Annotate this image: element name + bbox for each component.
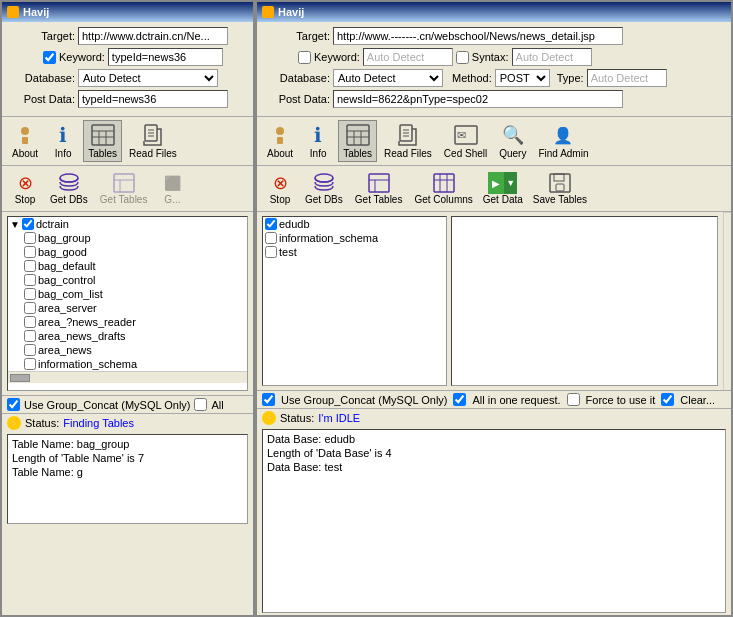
svg-point-0 bbox=[21, 127, 29, 135]
right-method-label: Method: bbox=[452, 72, 492, 84]
right-info-btn[interactable]: ℹ Info bbox=[300, 120, 336, 162]
left-tables-label: Tables bbox=[88, 148, 117, 159]
right-database-select[interactable]: Auto Detect bbox=[333, 69, 443, 87]
left-tables-btn[interactable]: Tables bbox=[83, 120, 122, 162]
right-getcolumns-btn[interactable]: Get Columns bbox=[409, 169, 477, 208]
left-tree-item-6[interactable]: area_?news_reader bbox=[22, 315, 247, 329]
right-tree-item-1[interactable]: information_schema bbox=[263, 231, 446, 245]
right-stop-btn[interactable]: ⊗ Stop bbox=[262, 169, 298, 208]
right-keyword-checkbox[interactable] bbox=[298, 51, 311, 64]
right-status-icon: ⚡ bbox=[262, 411, 276, 425]
left-target-row: Target: bbox=[10, 27, 245, 45]
left-extra-btn[interactable]: ⬛ G... bbox=[154, 169, 190, 208]
right-type-input[interactable] bbox=[587, 69, 667, 87]
right-getdata-main: ▶ bbox=[488, 172, 504, 194]
left-database-label: Database: bbox=[10, 72, 75, 84]
left-tree-item-9[interactable]: information_schema bbox=[22, 357, 247, 371]
left-stop-label: Stop bbox=[15, 194, 36, 205]
right-getdbs-label: Get DBs bbox=[305, 194, 343, 205]
right-syntax-input[interactable] bbox=[512, 48, 592, 66]
right-tree-area[interactable]: edudb information_schema test bbox=[262, 216, 447, 386]
left-tree-item-8[interactable]: area_news bbox=[22, 343, 247, 357]
left-root-checkbox[interactable] bbox=[22, 218, 34, 230]
right-tree-label-1: information_schema bbox=[279, 232, 378, 244]
svg-rect-32 bbox=[434, 174, 454, 192]
left-postdata-label: Post Data: bbox=[10, 93, 75, 105]
right-query-btn[interactable]: 🔍 Query bbox=[494, 120, 531, 162]
right-syntax-checkbox[interactable] bbox=[456, 51, 469, 64]
right-postdata-input[interactable] bbox=[333, 90, 623, 108]
left-tree-item-7[interactable]: area_news_drafts bbox=[22, 329, 247, 343]
left-tree-root[interactable]: ▼ dctrain bbox=[8, 217, 247, 231]
left-tree-item-3[interactable]: bag_control bbox=[22, 273, 247, 287]
right-getdata-arrow[interactable]: ▼ bbox=[504, 172, 517, 194]
left-item-9-label: information_schema bbox=[38, 358, 137, 370]
left-gettables-btn[interactable]: Get Tables bbox=[95, 169, 153, 208]
right-forcetouse-checkbox[interactable] bbox=[567, 393, 580, 406]
right-savedata-btn[interactable]: Save Tables bbox=[528, 169, 592, 208]
left-info-btn[interactable]: ℹ Info bbox=[45, 120, 81, 162]
right-about-btn[interactable]: About bbox=[262, 120, 298, 162]
left-postdata-input[interactable] bbox=[78, 90, 228, 108]
left-tree-item-1[interactable]: bag_good bbox=[22, 245, 247, 259]
left-keyword-row: Keyword: bbox=[10, 48, 245, 66]
right-getdata-btn[interactable]: ▶ ▼ Get Data bbox=[480, 169, 526, 208]
left-getdbs-btn[interactable]: Get DBs bbox=[45, 169, 93, 208]
right-tree-check-2[interactable] bbox=[265, 246, 277, 258]
right-cedshell-btn[interactable]: ✉ Ced Shell bbox=[439, 120, 492, 162]
left-tree-area[interactable]: ▼ dctrain bag_group bag_good bag_default… bbox=[7, 216, 248, 391]
right-target-input[interactable] bbox=[333, 27, 623, 45]
right-window: Havij Target: Keyword: Syntax: Database:… bbox=[255, 0, 733, 617]
right-bottom-options: Use Group_Concat (MySQL Only) All in one… bbox=[257, 390, 731, 408]
left-all-checkbox[interactable] bbox=[194, 398, 207, 411]
left-hscroll[interactable] bbox=[8, 371, 247, 383]
left-tree-item-4[interactable]: bag_com_list bbox=[22, 287, 247, 301]
right-tree-check-0[interactable] bbox=[265, 218, 277, 230]
left-readfiles-icon bbox=[141, 123, 165, 147]
right-keyword-input[interactable] bbox=[363, 48, 453, 66]
left-database-select[interactable]: Auto Detect bbox=[78, 69, 218, 87]
right-findadmin-btn[interactable]: 👤 Find Admin bbox=[533, 120, 593, 162]
left-item-5-label: area_server bbox=[38, 302, 97, 314]
left-target-input[interactable] bbox=[78, 27, 228, 45]
right-readfiles-btn[interactable]: Read Files bbox=[379, 120, 437, 162]
left-toolbar: About ℹ Info Tables Read Files bbox=[2, 117, 253, 166]
svg-rect-2 bbox=[92, 125, 114, 145]
right-clear-checkbox[interactable] bbox=[661, 393, 674, 406]
right-action-bar: ⊗ Stop Get DBs Get Tables Get Columns ▶ … bbox=[257, 166, 731, 212]
right-hscroll[interactable] bbox=[723, 212, 731, 390]
left-item-6-label: area_?news_reader bbox=[38, 316, 136, 328]
right-cedshell-icon: ✉ bbox=[454, 123, 478, 147]
right-tables-btn[interactable]: Tables bbox=[338, 120, 377, 162]
right-status-label: Status: bbox=[280, 412, 314, 424]
left-about-btn[interactable]: About bbox=[7, 120, 43, 162]
right-keyword-label: Keyword: bbox=[314, 51, 360, 63]
right-gettables-btn[interactable]: Get Tables bbox=[350, 169, 408, 208]
right-tree-check-1[interactable] bbox=[265, 232, 277, 244]
right-window-icon bbox=[262, 6, 274, 18]
right-allinone-checkbox[interactable] bbox=[453, 393, 466, 406]
right-groupconcat-checkbox[interactable] bbox=[262, 393, 275, 406]
right-database-row: Database: Auto Detect Method: POST Type: bbox=[265, 69, 723, 87]
left-tree-item-5[interactable]: area_server bbox=[22, 301, 247, 315]
right-tree-item-0[interactable]: edudb bbox=[263, 217, 446, 231]
right-type-label: Type: bbox=[557, 72, 584, 84]
right-stop-label: Stop bbox=[270, 194, 291, 205]
right-getcolumns-label: Get Columns bbox=[414, 194, 472, 205]
left-keyword-input[interactable] bbox=[108, 48, 223, 66]
left-extra-icon: ⬛ bbox=[161, 172, 183, 194]
right-about-icon bbox=[268, 123, 292, 147]
left-tree-item-0[interactable]: bag_group bbox=[22, 231, 247, 245]
left-stop-btn[interactable]: ⊗ Stop bbox=[7, 169, 43, 208]
right-getdbs-btn[interactable]: Get DBs bbox=[300, 169, 348, 208]
right-target-row: Target: bbox=[265, 27, 723, 45]
right-method-select[interactable]: POST bbox=[495, 69, 550, 87]
right-form-area: Target: Keyword: Syntax: Database: Auto … bbox=[257, 22, 731, 117]
left-tree-item-2[interactable]: bag_default bbox=[22, 259, 247, 273]
right-status-value: I'm IDLE bbox=[318, 412, 360, 424]
right-tree-item-2[interactable]: test bbox=[263, 245, 446, 259]
left-hscroll-thumb[interactable] bbox=[10, 374, 30, 382]
left-keyword-checkbox[interactable] bbox=[43, 51, 56, 64]
left-readfiles-btn[interactable]: Read Files bbox=[124, 120, 182, 162]
left-groupconcat-checkbox[interactable] bbox=[7, 398, 20, 411]
